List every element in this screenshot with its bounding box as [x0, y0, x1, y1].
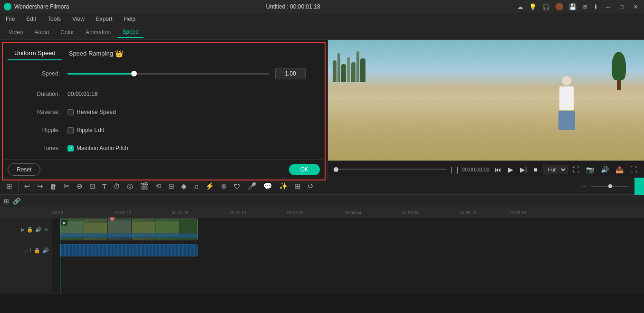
stabilize-button[interactable]: ⊕ — [219, 180, 230, 192]
fit-screen-icon[interactable]: ⛶ — [571, 166, 581, 173]
speed-content: Speed: Duration: 00:00:01:18 — [3, 60, 325, 159]
delete-button[interactable]: 🗑 — [48, 180, 59, 192]
tab-speed-ramping[interactable]: Speed Ramping 👑 — [62, 47, 130, 60]
undo-button[interactable]: ↩ — [22, 180, 33, 192]
left-panel: Uniform Speed Speed Ramping 👑 Speed: — [0, 40, 328, 178]
tab-uniform-speed[interactable]: Uniform Speed — [8, 47, 62, 60]
audio-lock-icon[interactable]: 🔒 — [34, 247, 40, 254]
audio-track-label: ♪ 1 🔒 🔊 — [0, 242, 52, 259]
mask-button[interactable]: 🛡 — [231, 180, 243, 192]
zoom-dropdown[interactable]: Full — [543, 165, 567, 174]
tab-animation[interactable]: Animation — [81, 27, 115, 38]
speed-value-input[interactable] — [275, 68, 306, 79]
reset-button[interactable]: Reset — [8, 163, 40, 176]
track-lock-icon[interactable]: 🔒 — [27, 227, 33, 233]
reverse-checkbox-row: Reverse Speed — [67, 109, 116, 115]
avatar-icon[interactable] — [556, 3, 563, 10]
magnet-button[interactable]: 🔗 — [13, 198, 20, 205]
ok-button[interactable]: OK — [289, 164, 320, 175]
audio-note-icon: ♪ — [25, 248, 28, 254]
rotate-button[interactable]: ↺ — [305, 180, 316, 192]
track-content-area: ▶ — [52, 218, 644, 294]
menu-tools[interactable]: Tools — [46, 16, 63, 22]
crop-button[interactable]: ⊡ — [87, 180, 98, 192]
zoom-minus-button[interactable]: ─ — [580, 180, 590, 192]
mic-button[interactable]: 🎤 — [245, 180, 259, 192]
menu-help[interactable]: Help — [122, 16, 138, 22]
tab-audio[interactable]: Audio — [29, 27, 54, 38]
add-track-button[interactable]: ⊞ — [4, 198, 9, 205]
ripple-row: Ripple: Ripple Edit — [22, 127, 306, 133]
text-button[interactable]: T — [100, 180, 109, 192]
video-clip[interactable]: ▶ — [60, 218, 198, 240]
speed-slider[interactable] — [67, 73, 269, 75]
redo-button[interactable]: ↪ — [35, 180, 46, 192]
volume-icon[interactable]: 🔊 — [599, 166, 610, 173]
ripple-delete-button[interactable]: ⊖ — [74, 180, 85, 192]
ai-button[interactable]: ✨ — [277, 180, 290, 192]
playhead-triangle — [109, 218, 115, 221]
app-name: Wondershare Filmora — [14, 3, 69, 10]
next-frame-button[interactable]: ▶| — [519, 166, 529, 173]
color-match-button[interactable]: ◎ — [125, 180, 135, 192]
duration-button[interactable]: ⏱ — [111, 180, 123, 192]
subtitle-button[interactable]: 💬 — [261, 180, 275, 192]
tab-speed[interactable]: Speed — [117, 27, 144, 38]
track-eye-icon[interactable]: 👁 — [44, 227, 49, 233]
menu-file[interactable]: File — [4, 16, 17, 22]
split-button[interactable]: ⊞ — [292, 180, 303, 192]
grid-icon[interactable]: ⊞ — [4, 180, 15, 192]
prev-frame-button[interactable]: ⏮ — [493, 166, 503, 173]
cut-button[interactable]: ✂ — [61, 180, 72, 192]
mail-icon[interactable]: ✉ — [582, 3, 587, 10]
minimize-button[interactable]: ─ — [604, 3, 612, 10]
ruler-mark-6: 00:05:00 — [402, 210, 460, 215]
expand-panel-button[interactable] — [634, 178, 644, 195]
tab-video[interactable]: Video — [4, 27, 28, 38]
toolbar-sep-1 — [18, 181, 19, 191]
tab-color[interactable]: Color — [56, 27, 79, 38]
speed-slider-thumb[interactable] — [131, 71, 137, 76]
close-button[interactable]: ✕ — [631, 3, 640, 10]
clip-audio-wave — [60, 233, 197, 238]
duration-value: 00:00:01:18 — [67, 91, 97, 97]
download-icon[interactable]: ⬇ — [593, 3, 598, 10]
timeline-ruler: 00:00 00:00:20 00:01:16 00:02:12 00:03:0… — [0, 208, 644, 218]
green-screen-button[interactable]: 🎬 — [137, 180, 151, 192]
tones-check-icon: ✓ — [69, 146, 73, 151]
track-labels: ▶ 🔒 🔊 👁 ♪ 1 🔒 🔊 — [0, 218, 52, 294]
ripple-label: Ripple: — [22, 127, 60, 133]
bulb-icon[interactable]: 💡 — [529, 3, 537, 10]
tones-checkbox[interactable]: ✓ — [67, 145, 74, 152]
play-button[interactable]: ▶ — [507, 166, 515, 173]
audio-eq-button[interactable]: ♫ — [191, 180, 201, 192]
player-progress-bar[interactable] — [334, 169, 447, 170]
menu-export[interactable]: Export — [94, 16, 115, 22]
reverse-checkbox[interactable] — [67, 109, 74, 115]
stop-button[interactable]: ■ — [532, 166, 539, 173]
player-playhead[interactable] — [334, 167, 338, 172]
zoom-slider-thumb[interactable] — [608, 184, 612, 188]
audio-volume-icon[interactable]: 🔊 — [42, 247, 49, 254]
headset-icon[interactable]: 🎧 — [542, 3, 550, 10]
clip-play-icon: ▶ — [61, 220, 67, 226]
ripple-checkbox[interactable] — [67, 127, 74, 133]
speed-button[interactable]: ⚡ — [203, 180, 217, 192]
trim-button[interactable]: ⊟ — [166, 180, 177, 192]
duration-label: Duration: — [22, 91, 60, 97]
screenshot-icon[interactable]: 📷 — [585, 166, 596, 173]
menu-view[interactable]: View — [70, 16, 87, 22]
export-frame-icon[interactable]: 📤 — [614, 166, 625, 173]
toolbar-right: ─ + — [580, 180, 640, 192]
maximize-button[interactable]: □ — [618, 3, 625, 10]
audio-clip[interactable] — [60, 244, 198, 256]
ruler-mark-7: 00:05:20 — [460, 210, 509, 215]
transform-button[interactable]: ⟲ — [153, 180, 164, 192]
menu-edit[interactable]: Edit — [24, 16, 38, 22]
track-speaker-icon[interactable]: 🔊 — [35, 227, 42, 233]
zoom-slider[interactable] — [591, 186, 629, 187]
fullscreen-icon[interactable]: ⛶ — [629, 166, 638, 173]
keyframe-button[interactable]: ◆ — [179, 180, 189, 192]
cloud-icon[interactable]: ☁ — [517, 3, 523, 10]
save-icon[interactable]: 💾 — [569, 3, 577, 10]
